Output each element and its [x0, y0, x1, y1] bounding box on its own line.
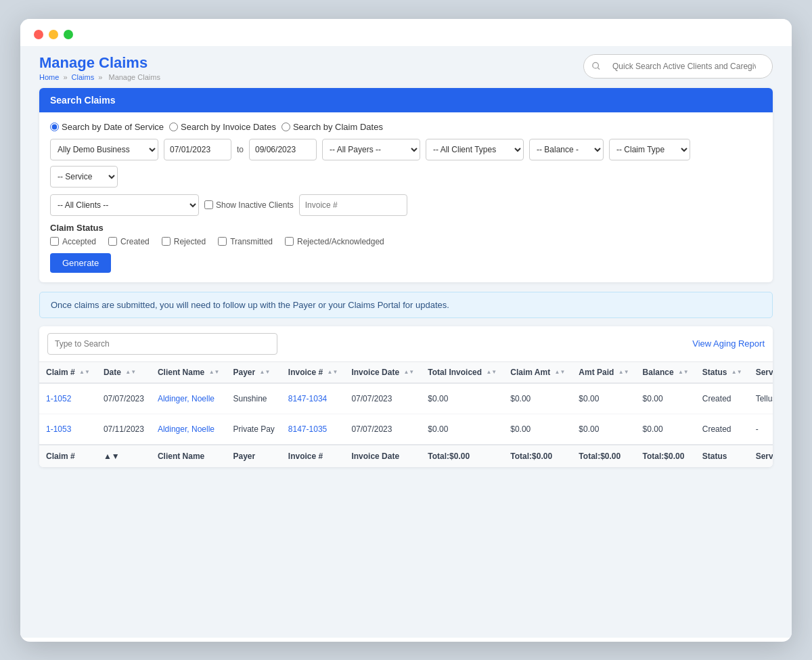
cell-total-invoiced: $0.00	[421, 414, 503, 445]
invoice-link-1035[interactable]: 8147-1035	[288, 424, 327, 434]
sort-claim-amt[interactable]: ▲▼	[555, 370, 566, 375]
sort-claim-num[interactable]: ▲▼	[79, 370, 90, 375]
sort-payer[interactable]: ▲▼	[260, 370, 271, 375]
col-date: Date ▲▼	[97, 362, 151, 383]
sort-total-invoiced[interactable]: ▲▼	[486, 370, 497, 375]
footer-date: ▲▼	[97, 445, 151, 467]
claim-link-1052[interactable]: 1-1052	[46, 394, 71, 403]
status-checkboxes: Accepted Created Rejected Transmitt	[50, 237, 762, 246]
cell-amt-paid: $0.00	[572, 383, 635, 414]
status-rejected-acknowledged[interactable]: Rejected/Acknowledged	[285, 237, 384, 246]
service-select[interactable]: -- Service --	[50, 166, 118, 188]
sort-amt-paid[interactable]: ▲▼	[618, 370, 629, 375]
to-label: to	[237, 145, 244, 154]
generate-button[interactable]: Generate	[50, 253, 111, 273]
footer-balance: Total:$0.00	[636, 445, 696, 467]
app-content: Manage Claims Home » Claims » Manage Cla…	[20, 46, 792, 638]
client-select[interactable]: -- All Clients --	[50, 194, 199, 216]
claims-table: Claim # ▲▼ Date ▲▼ Client Name ▲▼ Paye	[39, 362, 773, 467]
breadcrumb-current: Manage Claims	[108, 73, 160, 81]
svg-line-1	[598, 68, 600, 70]
header-left: Manage Claims Home » Claims » Manage Cla…	[39, 54, 162, 81]
show-inactive-label[interactable]: Show Inactive Clients	[204, 200, 294, 210]
cell-amt-paid: $0.00	[572, 414, 635, 445]
title-bar	[20, 19, 792, 46]
cell-claim-num: 1-1053	[39, 414, 97, 445]
breadcrumb-home[interactable]: Home	[39, 73, 59, 81]
clients-row: -- All Clients -- Show Inactive Clients	[50, 194, 762, 216]
cell-payer: Private Pay	[226, 414, 281, 445]
table-header-row: Claim # ▲▼ Date ▲▼ Client Name ▲▼ Paye	[39, 362, 773, 383]
breadcrumb: Home » Claims » Manage Claims	[39, 73, 162, 81]
footer-client-name: Client Name	[151, 445, 227, 467]
cell-client-name: Aldinger, Noelle	[151, 414, 227, 445]
sort-client-name[interactable]: ▲▼	[209, 370, 220, 375]
cell-status: Created	[696, 414, 749, 445]
results-panel: View Aging Report Claim # ▲▼ Date ▲▼	[39, 326, 773, 467]
show-inactive-checkbox[interactable]	[204, 200, 213, 209]
date-from-input[interactable]	[164, 139, 231, 160]
claim-type-select[interactable]: -- Claim Type --	[609, 139, 690, 160]
sort-balance[interactable]: ▲▼	[678, 370, 689, 375]
cell-invoice-num: 8147-1035	[281, 414, 345, 445]
sort-invoice-num[interactable]: ▲▼	[328, 370, 338, 375]
cell-payer: Sunshine	[226, 383, 281, 414]
sort-status[interactable]: ▲▼	[731, 370, 742, 375]
page-title: Manage Claims	[39, 54, 162, 72]
col-client-name: Client Name ▲▼	[151, 362, 227, 383]
invoice-input[interactable]	[299, 194, 407, 216]
invoice-link-1034[interactable]: 8147-1034	[288, 394, 327, 403]
quick-search-container	[583, 54, 773, 79]
cell-service: -	[749, 414, 773, 445]
cell-claim-amt: $0.00	[503, 383, 572, 414]
breadcrumb-claims[interactable]: Claims	[72, 73, 95, 81]
client-link-1[interactable]: Aldinger, Noelle	[158, 394, 215, 403]
footer-total-invoiced: Total:$0.00	[421, 445, 503, 467]
cell-total-invoiced: $0.00	[421, 383, 503, 414]
status-created[interactable]: Created	[108, 237, 150, 246]
payer-select[interactable]: -- All Payers --	[322, 139, 420, 160]
table-row: 1-1053 07/11/2023 Aldinger, Noelle Priva…	[39, 414, 773, 445]
col-claim-amt: Claim Amt ▲▼	[503, 362, 572, 383]
date-to-input[interactable]	[249, 139, 317, 160]
cell-status: Created	[696, 383, 749, 414]
table-footer-row: Claim # ▲▼ Client Name Payer Invoice # I…	[39, 445, 773, 467]
status-transmitted[interactable]: Transmitted	[218, 237, 273, 246]
radio-date-of-service[interactable]: Search by Date of Service	[50, 122, 164, 132]
cell-invoice-num: 8147-1034	[281, 383, 345, 414]
svg-point-0	[593, 62, 599, 68]
cell-client-name: Aldinger, Noelle	[151, 383, 227, 414]
close-icon[interactable]	[34, 30, 43, 39]
type-search-input[interactable]	[47, 333, 277, 355]
balance-select[interactable]: -- Balance --	[529, 139, 604, 160]
quick-search-input[interactable]	[604, 58, 764, 74]
footer-payer: Payer	[226, 445, 281, 467]
search-icon	[592, 62, 600, 70]
sort-invoice-date[interactable]: ▲▼	[403, 370, 414, 375]
col-claim-num: Claim # ▲▼	[39, 362, 97, 383]
status-rejected[interactable]: Rejected	[162, 237, 206, 246]
col-service: Service ▲▼	[749, 362, 773, 383]
claim-link-1053[interactable]: 1-1053	[46, 424, 71, 434]
maximize-icon[interactable]	[64, 30, 73, 39]
client-type-select[interactable]: -- All Client Types --	[426, 139, 524, 160]
radio-claim-dates[interactable]: Search by Claim Dates	[281, 122, 383, 132]
panel-header: Search Claims	[39, 88, 773, 112]
cell-balance: $0.00	[636, 383, 696, 414]
cell-claim-num: 1-1052	[39, 383, 97, 414]
claim-status-section: Claim Status Accepted Created Rejecte	[50, 223, 762, 246]
cell-invoice-date: 07/07/2023	[344, 383, 421, 414]
sort-date[interactable]: ▲▼	[125, 370, 136, 375]
minimize-icon[interactable]	[49, 30, 58, 39]
col-amt-paid: Amt Paid ▲▼	[572, 362, 635, 383]
view-aging-report-link[interactable]: View Aging Report	[692, 338, 765, 349]
results-toolbar: View Aging Report	[39, 326, 773, 362]
col-payer: Payer ▲▼	[226, 362, 281, 383]
status-accepted[interactable]: Accepted	[50, 237, 96, 246]
info-banner: Once claims are submitted, you will need…	[39, 292, 773, 318]
radio-invoice-dates[interactable]: Search by Invoice Dates	[169, 122, 276, 132]
business-select[interactable]: Ally Demo Business	[50, 139, 158, 160]
col-balance: Balance ▲▼	[636, 362, 696, 383]
client-link-2[interactable]: Aldinger, Noelle	[158, 424, 215, 434]
cell-date: 07/11/2023	[97, 414, 151, 445]
